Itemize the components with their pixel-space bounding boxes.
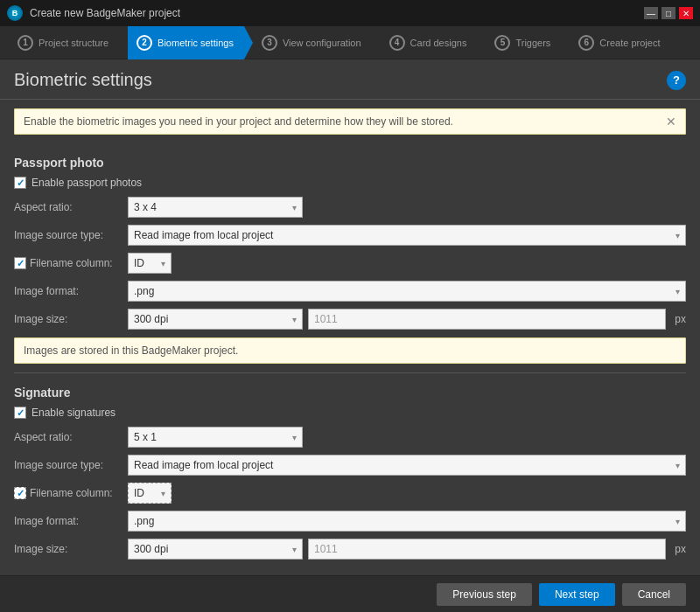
signature-image-size-value: 300 dpi [134,543,168,555]
passport-image-size-row: Image size: 300 dpi ▾ 1011 px [14,308,686,330]
info-banner-close[interactable]: ✕ [666,115,676,128]
signature-image-size-select[interactable]: 300 dpi ▾ [128,539,303,560]
app-logo: B [7,5,23,21]
step-1[interactable]: 1 Project structure [9,26,119,59]
passport-image-source-value: Read image from local project [134,229,273,241]
step-5-label: Triggers [515,38,550,48]
step-1-label: Project structure [38,38,108,48]
signature-image-format-select[interactable]: .png ▾ [128,511,686,532]
step-5[interactable]: 5 Triggers [486,26,561,59]
passport-info-box: Images are stored in this BadgeMaker pro… [14,337,686,364]
step-3[interactable]: 3 View configuration [253,26,372,59]
passport-image-source-select[interactable]: Read image from local project ▾ [128,225,686,246]
passport-image-format-value: .png [134,285,154,297]
passport-filename-checkbox[interactable] [14,257,26,269]
maximize-button[interactable]: □ [662,7,676,19]
passport-section-title: Passport photo [14,156,686,170]
passport-image-format-label: Image format: [14,285,128,297]
title-bar: B Create new BadgeMaker project — □ ✕ [0,0,700,26]
passport-aspect-ratio-value: 3 x 4 [134,201,157,213]
passport-image-size-label: Image size: [14,313,128,325]
passport-filename-label: Filename column: [14,257,128,269]
step-6-num: 6 [578,35,594,51]
help-button[interactable]: ? [667,71,686,90]
step-2[interactable]: 2 Biometric settings [128,26,244,59]
passport-image-source-control: Read image from local project ▾ [128,225,686,246]
minimize-button[interactable]: — [644,7,658,19]
signature-image-source-select[interactable]: Read image from local project ▾ [128,455,686,476]
enable-signature-row: Enable signatures [14,407,686,419]
chevron-down-icon: ▾ [292,433,297,442]
signature-filename-label: Filename column: [14,487,128,499]
signature-image-size-px-input[interactable]: 1011 [308,539,666,560]
enable-signature-checkbox[interactable] [14,407,26,419]
passport-image-size-px-value: 1011 [314,313,338,325]
passport-image-format-control: .png ▾ [128,281,686,302]
signature-filename-text: Filename column: [30,487,113,499]
passport-px-label: px [675,313,686,325]
enable-signature-label: Enable signatures [32,407,116,419]
enable-passport-row: Enable passport photos [14,177,686,189]
signature-image-size-px-value: 1011 [314,543,338,555]
signature-image-format-value: .png [134,515,154,527]
signature-image-size-row: Image size: 300 dpi ▾ 1011 px [14,538,686,560]
info-banner-text: Enable the biometric images you need in … [24,115,453,128]
next-step-button[interactable]: Next step [539,583,615,606]
chevron-down-icon: ▾ [292,545,297,554]
info-banner: Enable the biometric images you need in … [14,108,686,135]
footer: Previous step Next step Cancel [0,575,700,612]
chevron-down-icon: ▾ [676,287,680,296]
step-bar: 1 Project structure 2 Biometric settings… [0,26,700,59]
passport-image-size-px-input[interactable]: 1011 [308,309,666,330]
passport-filename-select[interactable]: ID ▾ [128,253,172,274]
chevron-down-icon: ▾ [292,203,297,212]
signature-filename-select[interactable]: ID ▾ [128,483,172,504]
step-2-label: Biometric settings [158,38,234,48]
signature-image-size-label: Image size: [14,543,128,555]
signature-filename-value: ID [134,487,144,499]
close-button[interactable]: ✕ [679,7,693,19]
step-6-label: Create project [599,38,660,48]
passport-filename-value: ID [134,257,144,269]
chevron-down-icon: ▾ [292,315,297,324]
signature-image-source-label: Image source type: [14,459,128,471]
signature-filename-checkbox[interactable] [14,487,26,499]
step-4-num: 4 [389,35,405,51]
passport-image-size-value: 300 dpi [134,313,168,325]
signature-aspect-ratio-select[interactable]: 5 x 1 ▾ [128,427,303,448]
chevron-down-icon: ▾ [676,517,680,526]
passport-info-box-text: Images are stored in this BadgeMaker pro… [24,344,238,357]
passport-image-source-row: Image source type: Read image from local… [14,224,686,247]
chevron-down-icon: ▾ [161,489,165,498]
signature-image-source-control: Read image from local project ▾ [128,455,686,476]
enable-passport-label: Enable passport photos [32,177,142,189]
passport-aspect-ratio-label: Aspect ratio: [14,201,128,213]
window-title: Create new BadgeMaker project [30,7,180,19]
cancel-button[interactable]: Cancel [622,583,686,606]
page-title: Biometric settings [14,70,152,90]
signature-aspect-ratio-label: Aspect ratio: [14,431,128,443]
step-4-label: Card designs [410,38,467,48]
title-bar-controls: — □ ✕ [644,7,693,19]
passport-aspect-ratio-select[interactable]: 3 x 4 ▾ [128,197,303,218]
signature-px-label: px [675,543,686,555]
previous-step-button[interactable]: Previous step [437,583,532,606]
passport-image-format-select[interactable]: .png ▾ [128,281,686,302]
step-1-num: 1 [18,35,33,51]
passport-image-source-label: Image source type: [14,229,128,241]
enable-passport-checkbox[interactable] [14,177,26,189]
section-divider [14,372,686,373]
passport-image-size-control: 300 dpi ▾ 1011 px [128,309,686,330]
signature-aspect-ratio-row: Aspect ratio: 5 x 1 ▾ [14,426,686,449]
signature-image-size-control: 300 dpi ▾ 1011 px [128,539,686,560]
page-header: Biometric settings ? [0,59,700,100]
step-6[interactable]: 6 Create project [570,26,670,59]
signature-image-format-control: .png ▾ [128,511,686,532]
passport-aspect-ratio-control: 3 x 4 ▾ [128,197,686,218]
signature-aspect-ratio-value: 5 x 1 [134,431,157,443]
step-5-num: 5 [494,35,510,51]
step-4[interactable]: 4 Card designs [381,26,478,59]
passport-image-size-select[interactable]: 300 dpi ▾ [128,309,303,330]
title-bar-left: B Create new BadgeMaker project [7,5,180,21]
step-3-label: View configuration [283,38,361,48]
